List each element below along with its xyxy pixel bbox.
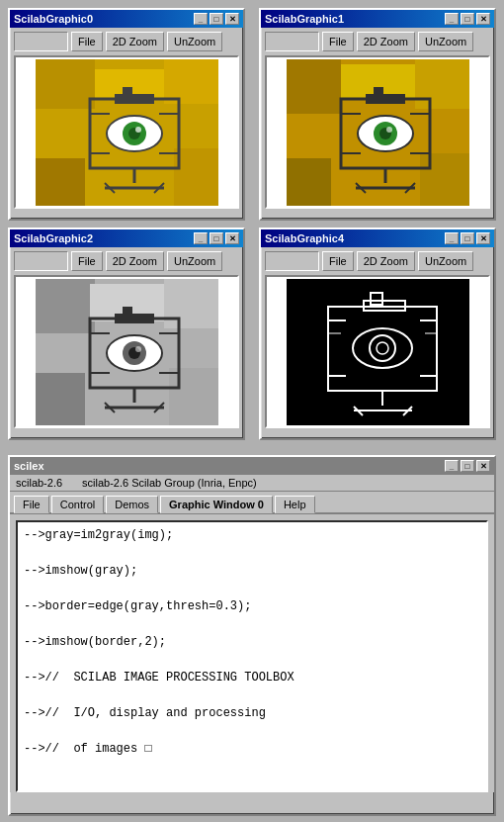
- console-line-8: [24, 651, 480, 669]
- sg2-controls: _ □ ✕: [194, 232, 239, 244]
- tab-control[interactable]: Control: [51, 496, 104, 513]
- console-line-9: -->// SCILAB IMAGE PROCESSING TOOLBOX: [24, 669, 480, 686]
- sg4-zoom-btn[interactable]: 2D Zoom: [357, 251, 415, 271]
- sg2-title: ScilabGraphic2: [14, 232, 93, 244]
- sg0-minimize[interactable]: _: [194, 13, 208, 25]
- sg4-unzoom-btn[interactable]: UnZoom: [418, 251, 473, 271]
- sg1-zoom-btn[interactable]: 2D Zoom: [357, 32, 415, 51]
- svg-rect-22: [287, 59, 341, 114]
- console-line-5: -->border=edge(gray,thresh=0.3);: [24, 597, 480, 615]
- sg2-close[interactable]: ✕: [225, 232, 239, 244]
- sg4-title: ScilabGraphic4: [265, 232, 344, 244]
- scilex-window: scilex _ □ ✕ scilab-2.6 scilab-2.6 Scila…: [8, 455, 496, 816]
- console-line-2: [24, 544, 480, 562]
- sg4-file-btn[interactable]: File: [322, 251, 354, 271]
- console-line-4: [24, 580, 480, 597]
- sg2-unzoom-btn[interactable]: UnZoom: [167, 251, 222, 271]
- sg2-canvas: [14, 275, 239, 428]
- svg-rect-1: [36, 59, 95, 109]
- tab-demos[interactable]: Demos: [106, 496, 158, 513]
- scilex-menu-bar: scilab-2.6 scilab-2.6 Scilab Group (Inri…: [10, 475, 494, 492]
- sg1-minimize[interactable]: _: [445, 13, 459, 25]
- sg0-title: ScilabGraphic0: [14, 13, 93, 25]
- svg-rect-2: [164, 59, 218, 104]
- svg-rect-24: [287, 158, 331, 206]
- svg-rect-19: [115, 94, 154, 104]
- sg2-image: [36, 279, 218, 425]
- sg0-controls: _ □ ✕: [194, 13, 239, 25]
- sg0-zoom-btn[interactable]: 2D Zoom: [106, 32, 164, 51]
- sg2-content: File 2D Zoom UnZoom: [10, 247, 243, 432]
- scilex-controls: _ □ ✕: [445, 460, 490, 472]
- sg4-input[interactable]: [265, 251, 319, 271]
- console-line-11: -->// I/O, display and processing: [24, 704, 480, 722]
- sg2-zoom-btn[interactable]: 2D Zoom: [106, 251, 164, 271]
- scilex-close[interactable]: ✕: [476, 460, 490, 472]
- svg-rect-43: [36, 279, 95, 333]
- console-line-12: [24, 722, 480, 740]
- scilex-maximize[interactable]: □: [461, 460, 474, 472]
- scilex-tabs: File Control Demos Graphic Window 0 Help: [10, 492, 494, 514]
- sg4-toolbar: File 2D Zoom UnZoom: [265, 251, 490, 271]
- sg0-toolbar: File 2D Zoom UnZoom: [14, 32, 239, 51]
- sg4-maximize[interactable]: □: [461, 232, 474, 244]
- sg4-close[interactable]: ✕: [476, 232, 490, 244]
- sg1-canvas: [265, 55, 490, 209]
- scilex-console[interactable]: -->gray=im2gray(img); -->imshow(gray); -…: [16, 520, 488, 792]
- sg0-maximize[interactable]: □: [210, 13, 223, 25]
- sg2-input[interactable]: [14, 251, 68, 271]
- scilab-graphic-2-window: ScilabGraphic2 _ □ ✕ File 2D Zoom UnZoom: [8, 228, 245, 440]
- scilex-menu-subtitle: scilab-2.6 Scilab Group (Inria, Enpc): [82, 477, 257, 489]
- svg-rect-25: [420, 153, 469, 206]
- sg1-unzoom-btn[interactable]: UnZoom: [418, 32, 473, 51]
- svg-point-60: [135, 346, 141, 352]
- sg4-titlebar: ScilabGraphic4 _ □ ✕: [261, 229, 494, 247]
- sg1-maximize[interactable]: □: [461, 13, 474, 25]
- scilex-console-wrapper: -->gray=im2gray(img); -->imshow(gray); -…: [10, 514, 494, 792]
- svg-rect-23: [415, 59, 469, 109]
- sg2-minimize[interactable]: _: [194, 232, 208, 244]
- console-line-3: -->imshow(gray);: [24, 562, 480, 580]
- console-line-10: [24, 686, 480, 704]
- scilex-title: scilex: [14, 460, 44, 472]
- sg1-titlebar: ScilabGraphic1 _ □ ✕: [261, 10, 494, 28]
- sg2-maximize[interactable]: □: [210, 232, 223, 244]
- tab-graphic-window[interactable]: Graphic Window 0: [160, 496, 273, 513]
- svg-rect-62: [123, 307, 132, 319]
- sg4-image: [287, 279, 469, 425]
- sg0-input[interactable]: [14, 32, 68, 51]
- svg-rect-40: [366, 94, 405, 104]
- sg1-title: ScilabGraphic1: [265, 13, 344, 25]
- console-line-13: -->// of images □: [24, 740, 480, 758]
- scilex-titlebar: scilex _ □ ✕: [10, 457, 494, 475]
- sg0-titlebar: ScilabGraphic0 _ □ ✕: [10, 10, 243, 28]
- scilab-graphic-0-window: ScilabGraphic0 _ □ ✕ File 2D Zoom UnZoom: [8, 8, 245, 221]
- sg4-minimize[interactable]: _: [445, 232, 459, 244]
- sg1-toolbar: File 2D Zoom UnZoom: [265, 32, 490, 51]
- svg-rect-46: [169, 368, 218, 425]
- sg1-file-btn[interactable]: File: [322, 32, 354, 51]
- sg0-close[interactable]: ✕: [225, 13, 239, 25]
- svg-rect-45: [36, 373, 85, 425]
- sg0-file-btn[interactable]: File: [71, 32, 103, 51]
- tab-help[interactable]: Help: [275, 496, 315, 513]
- sg2-toolbar: File 2D Zoom UnZoom: [14, 251, 239, 271]
- sg0-canvas: [14, 55, 239, 209]
- scilab-graphic-4-window: ScilabGraphic4 _ □ ✕ File 2D Zoom UnZoom: [259, 228, 496, 440]
- sg1-close[interactable]: ✕: [476, 13, 490, 25]
- svg-rect-44: [164, 279, 218, 328]
- tab-file[interactable]: File: [14, 496, 49, 513]
- scilex-minimize[interactable]: _: [445, 460, 459, 472]
- sg4-canvas: [265, 275, 490, 428]
- sg1-controls: _ □ ✕: [445, 13, 490, 25]
- sg2-file-btn[interactable]: File: [71, 251, 103, 271]
- svg-rect-41: [374, 87, 383, 99]
- svg-rect-3: [36, 158, 85, 206]
- console-line-6: [24, 615, 480, 633]
- sg1-image: [287, 59, 469, 206]
- sg0-unzoom-btn[interactable]: UnZoom: [167, 32, 222, 51]
- sg1-input[interactable]: [265, 32, 319, 51]
- svg-rect-61: [115, 314, 154, 323]
- svg-point-18: [135, 127, 141, 133]
- scilab-graphic-1-window: ScilabGraphic1 _ □ ✕ File 2D Zoom UnZoom: [259, 8, 496, 221]
